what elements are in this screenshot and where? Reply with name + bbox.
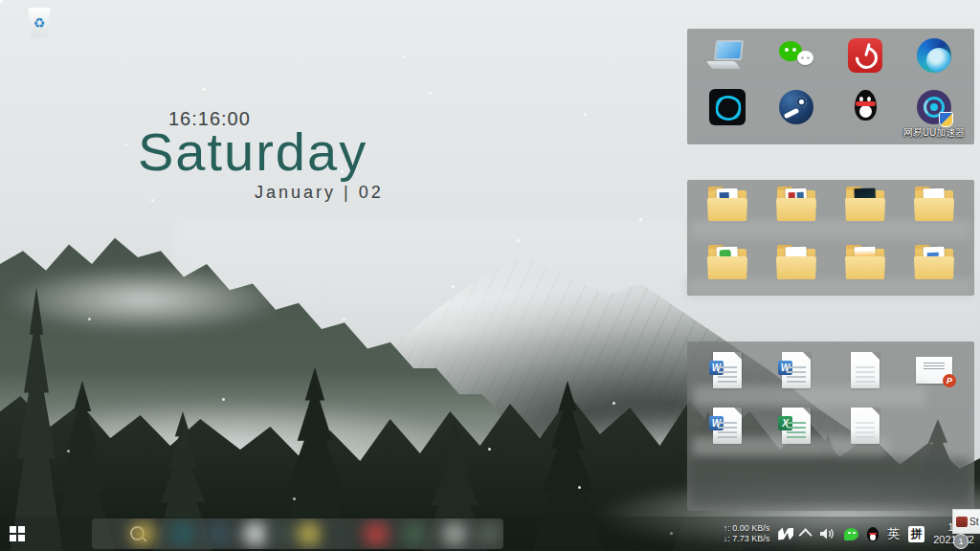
desktop-icon-uu-booster[interactable]: 网易UU加速器 xyxy=(900,88,969,138)
desktop: ♻ 16:16:00 Saturday January | 02 xyxy=(0,0,980,551)
system-tray: ↑: 0.00 KB/s ↓: 7.73 KB/s 英 拼 16:15 2021… xyxy=(724,517,974,551)
peek-app-icon xyxy=(956,517,968,527)
desktop-icon-wechat[interactable] xyxy=(762,36,831,75)
recycle-glyph: ♻ xyxy=(33,16,46,30)
chevron-up-icon[interactable] xyxy=(799,528,813,541)
folder-icon xyxy=(708,190,746,221)
folder-item[interactable] xyxy=(900,185,969,221)
ime-language-indicator[interactable]: 英 xyxy=(887,525,900,542)
netease-music-icon xyxy=(846,36,884,75)
edge-icon xyxy=(915,36,953,75)
document-item[interactable]: P xyxy=(900,349,969,388)
folder-item[interactable] xyxy=(900,243,969,279)
qq-tray-icon[interactable] xyxy=(867,527,879,541)
blurred-doc-labels xyxy=(693,437,888,456)
net-speed-indicator[interactable]: ↑: 0.00 KB/s ↓: 7.73 KB/s xyxy=(724,523,770,544)
folder-icon xyxy=(708,249,746,279)
qq-icon xyxy=(846,88,884,126)
folder-icon xyxy=(915,190,953,221)
desktop-icon-this-pc[interactable] xyxy=(693,36,762,75)
widget-date: January | 02 xyxy=(255,183,384,203)
blurred-content xyxy=(691,458,970,505)
peek-window[interactable]: St xyxy=(952,509,980,534)
desktop-icon-qq[interactable] xyxy=(831,88,900,138)
desktop-icon-steam[interactable] xyxy=(762,88,831,138)
peek-window-label: St xyxy=(969,517,978,527)
fence-apps[interactable]: 网易UU加速器 xyxy=(687,29,974,144)
uu-booster-icon xyxy=(915,88,953,126)
pinned-apps-blurred[interactable] xyxy=(92,518,503,549)
word-doc-icon: W xyxy=(713,352,742,388)
desktop-icon-netease-music[interactable] xyxy=(831,36,900,75)
start-button[interactable] xyxy=(10,526,25,541)
word-doc-icon: W xyxy=(782,352,811,388)
net-speed-down: ↓: 7.73 KB/s xyxy=(724,534,770,544)
folder-icon xyxy=(846,249,884,279)
wechat-icon xyxy=(777,36,815,75)
blurred-doc-labels xyxy=(693,386,926,407)
document-item[interactable]: W xyxy=(762,349,831,388)
taskbar: ↑: 0.00 KB/s ↓: 7.73 KB/s 英 拼 16:15 2021… xyxy=(0,517,980,551)
folder-item[interactable] xyxy=(693,243,762,279)
folder-item[interactable] xyxy=(762,185,831,221)
widget-day: Saturday xyxy=(138,121,368,183)
wechat-tray-icon[interactable] xyxy=(844,528,858,540)
net-speed-up: ↑: 0.00 KB/s xyxy=(724,523,770,534)
folder-icon xyxy=(846,190,884,221)
document-item[interactable]: W xyxy=(693,349,762,388)
desktop-icon-battlenet[interactable] xyxy=(693,88,762,138)
text-doc-icon xyxy=(851,352,880,388)
ime-mode-indicator[interactable]: 拼 xyxy=(908,526,924,542)
notification-badge[interactable]: 1 xyxy=(953,534,969,549)
fence-documents[interactable]: W W P W X xyxy=(687,342,974,511)
fence-folders[interactable] xyxy=(687,180,974,296)
document-item[interactable] xyxy=(831,349,900,388)
tray-app-icon[interactable] xyxy=(778,528,793,540)
folder-item[interactable] xyxy=(762,243,831,279)
folder-item[interactable] xyxy=(831,185,900,221)
folder-icon xyxy=(777,249,815,279)
wallpaper-mist xyxy=(0,266,287,333)
ppt-doc-icon: P xyxy=(916,357,952,384)
steam-icon xyxy=(777,88,815,126)
uu-booster-label: 网易UU加速器 xyxy=(899,127,969,138)
blurred-folder-labels xyxy=(687,279,972,297)
blurred-folder-labels xyxy=(691,220,970,239)
snow-particles xyxy=(0,0,3,3)
folder-icon xyxy=(777,190,815,221)
battlenet-icon xyxy=(708,88,746,126)
folder-item[interactable] xyxy=(831,243,900,279)
folder-item[interactable] xyxy=(693,185,762,221)
desktop-icon-edge[interactable] xyxy=(900,36,969,75)
folder-icon xyxy=(915,249,953,279)
speaker-icon[interactable] xyxy=(820,527,835,540)
this-pc-icon xyxy=(708,36,746,75)
